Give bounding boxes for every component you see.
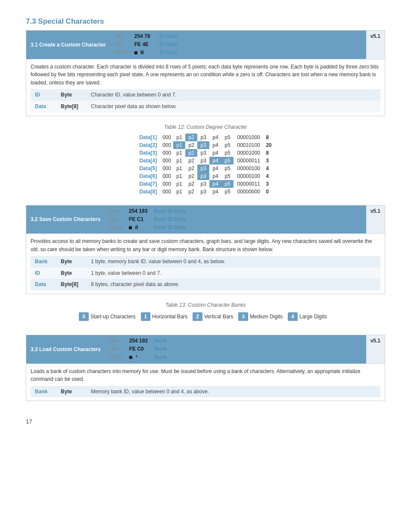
command-header-3-1: 3.1 Create a Custom Character Dec 254 78… (26, 31, 385, 59)
cr3-num: 8 (264, 149, 274, 157)
description-3-3: Loads a bank of custom characters into m… (26, 364, 385, 401)
param-data-type: Byte[8] (56, 101, 87, 112)
cr7-v0: 000 (160, 180, 173, 188)
cr7-v3: p3 (197, 180, 209, 188)
param-data-name-3-2: Data (31, 279, 56, 290)
cr4-v0: 000 (160, 157, 173, 165)
cr7-bin: 00000011 (234, 180, 264, 188)
param-bank-desc-3-3: Memory bank ID, value between 0 and 4, a… (87, 386, 380, 398)
dec-label-3-2: Dec (109, 207, 125, 215)
param-row-data: Data Byte[8] Character pixel data as sho… (31, 101, 380, 112)
hex-label-3-2: Hex (109, 215, 125, 224)
param-table-3-3: Bank Byte Memory bank ID, value between … (31, 386, 380, 398)
ascii-iddata: ID Data (159, 49, 177, 57)
cr8-v3: p3 (197, 188, 209, 196)
dec-iddata: ID Data (159, 32, 177, 40)
cr3-v3: p3 (197, 149, 209, 157)
ascii-value-3-2: ■ ñ (129, 224, 150, 232)
cr4-num: 3 (264, 157, 274, 165)
param-id-desc: Character ID, value between 0 and 7. (87, 89, 380, 101)
cmd-hex-row: Hex FE 4E ID Data (115, 40, 362, 49)
cmd-hex-row-3-3: Hex FE C0 Bank (109, 345, 362, 353)
cr3-bin: 00001000 (234, 149, 264, 157)
table-caption-3-2: Table 13: Custom Character Banks (26, 302, 385, 308)
param-id-desc-3-2: 1 byte, value between 0 and 7. (87, 268, 380, 279)
cr6-v4: p4 (209, 172, 221, 180)
command-block-3-2: 3.2 Save Custom Characters Dec 254 193 B… (26, 205, 385, 295)
cmd-name-3-1: 3.1 Create a Custom Character (26, 31, 110, 59)
cmd-dec-row-3-2: Dec 254 193 Bank ID Data (109, 207, 362, 215)
bank-num-2: 2 (193, 312, 202, 321)
cr5-v0: 000 (160, 165, 173, 172)
page-number: 17 (26, 418, 385, 425)
cr7-v5: p5 (221, 180, 234, 188)
cr8-v0: 000 (160, 188, 173, 196)
param-bank-desc: 1 byte, memory bank ID, value between 0 … (87, 256, 380, 268)
dec-label-3-3: Dec (109, 337, 126, 345)
cr5-v1: p1 (173, 165, 185, 172)
cr1-v3: p3 (197, 134, 209, 141)
dec-iddata-3-3: Bank (154, 337, 167, 345)
cr4-v5: p5 (221, 157, 234, 165)
cr5-num: 4 (264, 165, 274, 172)
cr7-v2: p2 (185, 180, 197, 188)
cr2-v2: p2 (185, 141, 197, 149)
cmd-version-3-2: v5.1 (366, 205, 385, 234)
bank-label-0: Start-up Characters (90, 314, 136, 320)
description-3-1: Creates a custom character. Each charact… (26, 59, 385, 116)
cr2-v5: p5 (221, 141, 234, 149)
command-header-3-2: 3.2 Save Custom Characters Dec 254 193 B… (26, 205, 385, 234)
param-data-row-3-2: Data Byte[8] 8 bytes, character pixel da… (31, 279, 380, 290)
cr4-v2: p2 (185, 157, 197, 165)
bank-num-3: 3 (238, 312, 248, 321)
cr2-v1: p1 (173, 141, 185, 149)
desc-text-3-1: Creates a custom character. Each charact… (31, 63, 380, 87)
char-row-label-4: Data[4] (137, 157, 160, 165)
char-row-8: Data[8] 000 p1 p2 p3 p4 p5 00000000 0 (137, 188, 274, 196)
cr5-bin: 00000100 (234, 165, 264, 172)
ascii-iddata-3-2: Bank ID Data (154, 224, 186, 232)
cr8-num: 0 (264, 188, 274, 196)
bank-label-1: Horizontal Bars (152, 314, 187, 320)
hex-iddata-3-3: Bank (154, 345, 167, 353)
cr1-v0: 000 (160, 134, 173, 141)
ascii-label: ASCII (115, 49, 131, 57)
char-row-label-1: Data[1] (137, 134, 160, 141)
cr3-v2: p2 (185, 149, 197, 157)
param-data-type-3-2: Byte[8] (56, 279, 87, 290)
cr1-v5: p5 (221, 134, 234, 141)
param-row-id: ID Byte Character ID, value between 0 an… (31, 89, 380, 101)
cr1-v1: p1 (173, 134, 185, 141)
cmd-ascii-row: ASCII ■ N ID Data (115, 49, 362, 57)
char-row-label-6: Data[6] (137, 172, 160, 180)
param-bank-name: Bank (31, 256, 56, 268)
char-data-table: Data[1] 000 p1 p2 p3 p4 p5 00001000 8 Da… (137, 134, 274, 196)
cr4-v1: p1 (173, 157, 185, 165)
cr5-v2: p2 (185, 165, 197, 172)
hex-value-3-2: FE C1 (129, 215, 150, 224)
cr6-num: 4 (264, 172, 274, 180)
cr1-v4: p4 (209, 134, 221, 141)
bank-num-0: 0 (79, 312, 89, 321)
cr3-v5: p5 (221, 149, 234, 157)
cmd-ascii-row-3-2: ASCII ■ ñ Bank ID Data (109, 224, 362, 232)
cr5-v5: p5 (221, 165, 234, 172)
dec-value: 254 78 (134, 32, 156, 40)
char-row-label-2: Data[2] (137, 141, 160, 149)
cmd-version-3-3: v5.1 (366, 335, 385, 364)
description-3-2: Provides access to all memory banks to c… (26, 233, 385, 294)
cr1-v2: p2 (185, 134, 197, 141)
param-data-desc-3-2: 8 bytes, character pixel data as above. (87, 279, 380, 290)
param-id-row-3-2: ID Byte 1 byte, value between 0 and 7. (31, 268, 380, 279)
hex-label: Hex (115, 40, 131, 49)
cr8-v5: p5 (221, 188, 234, 196)
param-id-name: ID (31, 89, 56, 101)
cr6-v1: p1 (173, 172, 185, 180)
command-block-3-3: 3.3 Load Custom Characters Dec 254 192 B… (26, 335, 385, 401)
ascii-value-3-3: ■ ᴸ (129, 353, 151, 361)
command-block-3-1: 3.1 Create a Custom Character Dec 254 78… (26, 30, 385, 116)
dec-label: Dec (115, 32, 131, 40)
hex-value-3-3: FE C0 (129, 345, 151, 353)
cmd-dec-row-3-3: Dec 254 192 Bank (109, 337, 362, 345)
cr2-v0: 000 (160, 141, 173, 149)
